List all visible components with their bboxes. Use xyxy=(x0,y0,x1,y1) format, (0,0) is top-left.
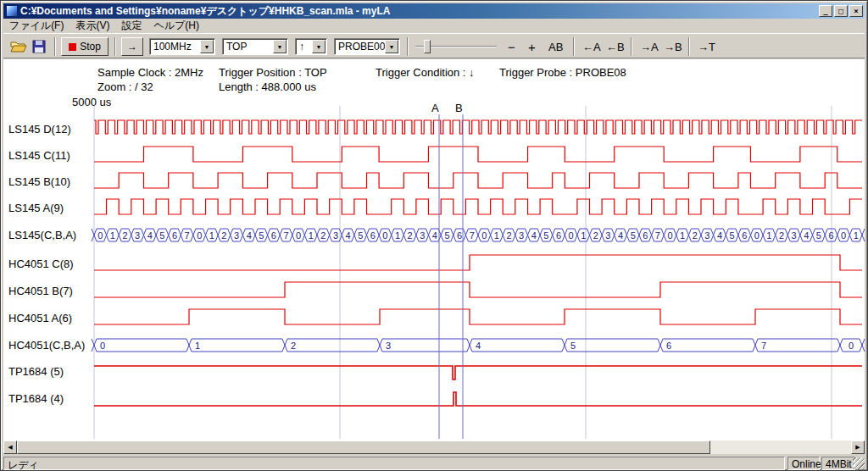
floppy-icon xyxy=(32,40,46,53)
run-button[interactable]: → xyxy=(121,37,143,56)
maximize-button[interactable]: □ xyxy=(834,5,848,17)
trigger-position-value: TOP xyxy=(226,41,247,53)
trigger-position-select[interactable]: TOP ▼ xyxy=(222,38,288,55)
trigger-probe-select[interactable]: PROBE00 ▼ xyxy=(334,38,400,55)
menu-help[interactable]: ヘルプ(H) xyxy=(147,18,205,34)
channel-label-hc4051-a-6: HC4051 A(6) xyxy=(8,312,72,324)
minimize-icon: _ xyxy=(823,7,827,15)
horizontal-scrollbar[interactable]: ◀ ▶ xyxy=(3,441,865,454)
status-ready: レディ xyxy=(3,457,785,470)
toolbar-separator xyxy=(573,37,575,56)
trigger-position-info: Trigger Position : TOP xyxy=(219,66,327,79)
toolbar-separator xyxy=(688,37,690,56)
toolbar-separator xyxy=(54,37,56,56)
timescale-label: 5000 us xyxy=(72,96,111,108)
channel-label-hc4051-c-b-a: HC4051(C,B,A) xyxy=(8,339,85,352)
trigger-edge-value: ↑ xyxy=(299,41,304,53)
status-online: Online xyxy=(787,457,820,470)
zoom-info: Zoom : / 32 xyxy=(97,80,153,93)
titlebar: C:¥Documents and Settings¥noname¥デスクトップ¥… xyxy=(3,3,865,19)
close-button[interactable]: × xyxy=(849,5,863,17)
maximize-icon: □ xyxy=(838,7,843,15)
sample-clock-select[interactable]: 100MHz ▼ xyxy=(149,38,215,55)
waveform-client-area: Sample Clock : 2MHz Trigger Position : T… xyxy=(3,59,865,441)
channel-label-ls145-d-12: LS145 D(12) xyxy=(8,123,71,136)
scroll-right-icon: ▶ xyxy=(855,444,860,451)
dropdown-icon[interactable]: ▼ xyxy=(312,40,326,53)
menu-settings[interactable]: 設定 xyxy=(115,18,147,34)
show-ab-button[interactable]: AB xyxy=(546,38,565,55)
stop-label: Stop xyxy=(80,41,101,53)
channel-label-tp1684-5: TP1684 (5) xyxy=(8,365,64,378)
run-arrow-icon: → xyxy=(127,41,137,53)
toolbar-separator xyxy=(407,37,409,56)
stop-icon xyxy=(69,43,76,51)
scrollbar-thumb[interactable] xyxy=(17,441,710,454)
channel-label-ls145-a-9: LS145 A(9) xyxy=(8,202,64,214)
menubar: ファイル(F) 表示(V) 設定 ヘルプ(H) xyxy=(3,19,865,33)
window-title: C:¥Documents and Settings¥noname¥デスクトップ¥… xyxy=(20,4,819,19)
menu-file[interactable]: ファイル(F) xyxy=(3,18,70,34)
goto-marker-b-right-button[interactable]: →B xyxy=(661,38,685,55)
toolbar: Stop → 100MHz ▼ TOP ▼ ↑ ▼ PROBE00 ▼ − + … xyxy=(3,33,865,58)
scroll-left-button[interactable]: ◀ xyxy=(3,441,17,454)
sample-clock-info: Sample Clock : 2MHz xyxy=(97,66,203,79)
open-file-button[interactable] xyxy=(10,40,27,53)
stop-button[interactable]: Stop xyxy=(61,37,108,56)
resize-grip[interactable] xyxy=(853,457,865,469)
toolbar-separator xyxy=(631,37,632,56)
trigger-condition-info: Trigger Condition : ↓ xyxy=(376,66,475,79)
toolbar-separator xyxy=(114,37,116,56)
trigger-probe-value: PROBE00 xyxy=(338,41,385,53)
dropdown-icon[interactable]: ▼ xyxy=(200,40,214,53)
zoom-in-button[interactable]: + xyxy=(526,38,538,55)
goto-marker-b-left-button[interactable]: ←B xyxy=(604,38,627,55)
app-icon xyxy=(6,5,18,17)
trigger-probe-info: Trigger Probe : PROBE08 xyxy=(499,66,626,79)
goto-marker-a-right-button[interactable]: →A xyxy=(637,38,661,55)
sample-clock-value: 100MHz xyxy=(153,41,192,53)
channel-label-hc4051-c-8: HC4051 C(8) xyxy=(8,258,74,270)
channel-label-ls145-b-10: LS145 B(10) xyxy=(8,175,70,188)
channel-label-hc4051-b-7: HC4051 B(7) xyxy=(8,285,73,297)
menu-view[interactable]: 表示(V) xyxy=(70,18,115,34)
open-folder-icon xyxy=(10,40,27,53)
channel-label-ls145-c-b-a: LS145(C,B,A) xyxy=(8,229,76,241)
zoom-slider[interactable] xyxy=(415,38,497,55)
zoom-out-button[interactable]: − xyxy=(505,38,518,55)
statusbar: レディ Online 4MBit xyxy=(3,456,865,470)
dropdown-icon[interactable]: ▼ xyxy=(273,40,287,53)
scroll-left-icon: ◀ xyxy=(8,444,12,451)
status-memory: 4MBit xyxy=(821,457,855,470)
length-info: Length : 488.000 us xyxy=(219,80,316,93)
scroll-right-button[interactable]: ▶ xyxy=(851,441,865,454)
slider-handle[interactable] xyxy=(424,40,431,53)
channel-label-ls145-c-11: LS145 C(11) xyxy=(8,149,70,162)
app-window: C:¥Documents and Settings¥noname¥デスクトップ¥… xyxy=(0,0,868,471)
channel-label-tp1684-4: TP1684 (4) xyxy=(8,392,64,405)
close-icon: × xyxy=(854,7,858,15)
window-controls: _ □ × xyxy=(819,5,863,17)
save-file-button[interactable] xyxy=(32,40,49,53)
dropdown-icon[interactable]: ▼ xyxy=(385,40,398,53)
minimize-button[interactable]: _ xyxy=(819,5,832,17)
trigger-edge-select[interactable]: ↑ ▼ xyxy=(295,38,327,55)
goto-marker-a-left-button[interactable]: ←A xyxy=(580,38,604,55)
goto-trigger-button[interactable]: →T xyxy=(695,38,718,55)
